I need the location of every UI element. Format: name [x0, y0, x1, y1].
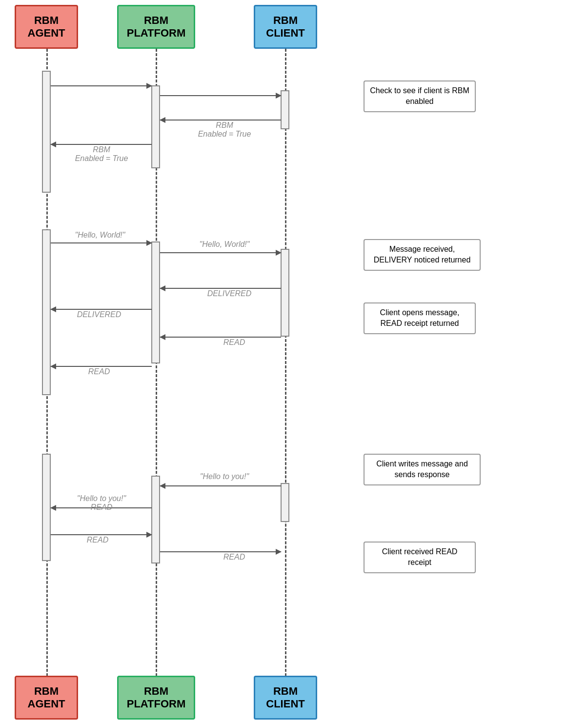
- arrow-cap-check-2: [160, 95, 281, 96]
- label-hello-to-you-agent: "Hello to you!"READ: [53, 494, 150, 512]
- activation-platform-1: [151, 85, 160, 168]
- actor-client-bottom: RBMCLIENT: [254, 676, 317, 720]
- actor-agent-bottom: RBMAGENT: [15, 676, 78, 720]
- arrow-read-agent: [51, 366, 152, 367]
- label-read-agent: READ: [53, 367, 145, 376]
- actor-agent-top: RBMAGENT: [15, 5, 78, 49]
- activation-agent-3: [42, 454, 51, 561]
- arrow-read-4: [160, 551, 281, 552]
- label-read-4: READ: [205, 553, 264, 562]
- arrow-read-platform: [160, 337, 281, 338]
- activation-platform-3: [151, 476, 160, 563]
- label-delivered-agent: DELIVERED: [53, 310, 145, 319]
- actor-client-top: RBMCLIENT: [254, 5, 317, 49]
- arrow-read-3: [51, 534, 152, 535]
- label-read-platform: READ: [205, 338, 264, 347]
- activation-client-2: [281, 249, 289, 337]
- actor-platform-bottom: RBMPLATFORM: [117, 676, 195, 720]
- arrow-delivered-platform: [160, 288, 281, 289]
- note-client-opens: Client opens message, READ receipt retur…: [364, 302, 476, 334]
- note-message-received: Message received, DELIVERY noticed retur…: [364, 239, 481, 271]
- actor-platform-top: RBMPLATFORM: [117, 5, 195, 49]
- arrow-hello-2: [160, 252, 281, 253]
- label-hello-1: "Hello, World!": [54, 231, 146, 240]
- arrow-hello-to-you-platform: [160, 485, 281, 486]
- note-client-read: Client received READ receipt: [364, 542, 476, 573]
- arrow-cap-check-1: [51, 85, 152, 86]
- label-rbm-enabled-agent: RBMEnabled = True: [53, 145, 150, 163]
- label-rbm-enabled-platform: RBMEnabled = True: [176, 121, 273, 139]
- arrow-delivered-agent: [51, 309, 152, 310]
- activation-client-3: [281, 483, 289, 522]
- activation-client-1: [281, 90, 289, 129]
- label-read-3: READ: [68, 536, 127, 544]
- lifeline-client: [285, 49, 286, 681]
- note-capability-check: Check to see if client is RBM enabled: [364, 80, 476, 112]
- sequence-diagram: RBMAGENT RBMPLATFORM RBMCLIENT RBMEnable…: [0, 0, 588, 724]
- activation-agent-2: [42, 229, 51, 395]
- arrow-hello-1: [51, 242, 152, 243]
- arrow-rbm-enabled-agent: [51, 144, 152, 145]
- label-delivered-platform: DELIVERED: [185, 289, 273, 298]
- note-client-writes: Client writes message and sends response: [364, 454, 481, 485]
- activation-agent-1: [42, 71, 51, 193]
- label-hello-2: "Hello, World!": [176, 240, 273, 249]
- activation-platform-2: [151, 241, 160, 363]
- label-hello-to-you-platform: "Hello to you!": [171, 472, 278, 481]
- arrow-rbm-enabled-platform: [160, 120, 281, 121]
